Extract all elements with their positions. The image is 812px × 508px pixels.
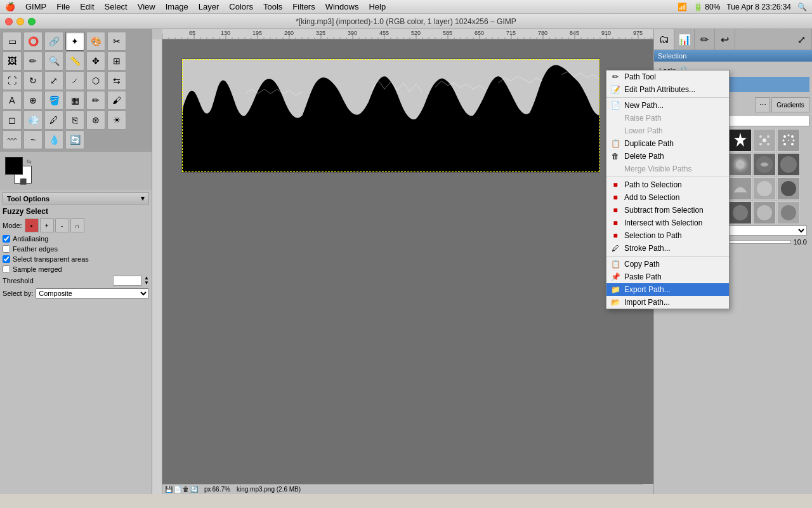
tool-blend[interactable]: ▦ xyxy=(65,91,84,110)
menu-item-edit-path-attrs[interactable]: 📝 Edit Path Attributes... xyxy=(606,83,729,96)
menu-item-path-to-selection[interactable]: ■ Path to Selection xyxy=(606,178,729,191)
tab-expand[interactable]: ⤢ xyxy=(792,29,812,50)
menu-item-copy-path[interactable]: 📋 Copy Path xyxy=(606,258,729,271)
menu-help[interactable]: Help xyxy=(369,2,386,11)
menu-item-delete-path[interactable]: 🗑 Delete Path xyxy=(606,150,729,163)
menu-edit[interactable]: Edit xyxy=(80,2,94,11)
mode-add[interactable]: + xyxy=(40,218,54,232)
brush-item[interactable] xyxy=(777,129,800,152)
menu-item-add-to-selection[interactable]: ■ Add to Selection xyxy=(606,191,729,204)
tool-crop[interactable]: ⛶ xyxy=(3,71,22,90)
menu-item-paste-path[interactable]: 📌 Paste Path xyxy=(606,271,729,283)
tool-color-picker[interactable]: 💧 xyxy=(44,130,63,149)
menu-colors[interactable]: Colors xyxy=(229,2,253,11)
reset-colors-icon[interactable]: ⬛ xyxy=(20,178,27,185)
zoom-units[interactable]: px xyxy=(204,486,211,493)
tool-fuzzy-select[interactable]: ✦ xyxy=(65,32,84,51)
threshold-down[interactable]: ▼ xyxy=(144,281,149,286)
feather-checkbox[interactable] xyxy=(3,245,10,253)
tool-scissors[interactable]: ✂ xyxy=(107,32,126,51)
zoom-value[interactable]: 66.7% xyxy=(213,486,230,493)
brush-item[interactable] xyxy=(729,153,752,176)
menu-item-path-tool[interactable]: ✏ Path Tool xyxy=(606,70,729,83)
menu-layer[interactable]: Layer xyxy=(199,2,219,11)
tab-channels[interactable]: 📊 xyxy=(674,29,695,50)
threshold-spinners[interactable]: ▲ ▼ xyxy=(144,276,149,286)
swap-colors-icon[interactable]: ⇆ xyxy=(27,158,32,164)
brush-item[interactable] xyxy=(777,177,800,200)
search-icon[interactable]: 🔍 xyxy=(797,3,807,11)
tool-options-arrow[interactable]: ▾ xyxy=(141,194,145,203)
menu-filters[interactable]: Filters xyxy=(292,2,315,11)
menu-file[interactable]: File xyxy=(56,2,70,11)
menu-item-export-path[interactable]: 📁 Export Path... xyxy=(606,283,729,296)
tab-history[interactable]: ↩ xyxy=(715,29,735,50)
brush-item[interactable] xyxy=(753,153,776,176)
brush-item[interactable] xyxy=(753,201,776,224)
tool-paintbrush[interactable]: 🖌 xyxy=(107,91,126,110)
menu-item-stroke-path[interactable]: 🖊 Stroke Path... xyxy=(606,242,729,255)
sample-merged-label[interactable]: Sample merged xyxy=(3,265,62,273)
bottom-icon4[interactable]: 🔄 xyxy=(190,486,198,493)
tool-color-balance[interactable]: ⊕ xyxy=(23,91,43,110)
feather-label[interactable]: Feather edges xyxy=(3,245,58,253)
sample-merged-checkbox[interactable] xyxy=(3,265,10,273)
tool-bucket-fill[interactable]: 🪣 xyxy=(44,91,63,110)
brush-item[interactable] xyxy=(753,177,776,200)
tool-dodge-burn[interactable]: ☀ xyxy=(107,110,126,130)
bottom-icon1[interactable]: 💾 xyxy=(165,486,173,493)
tab-layers[interactable]: 🗂 xyxy=(654,29,674,50)
brush-item[interactable] xyxy=(729,129,752,152)
antialiasing-label[interactable]: Antialiasing xyxy=(3,235,48,243)
tool-convolve[interactable]: ~ xyxy=(23,130,43,149)
tool-rect-select[interactable]: ▭ xyxy=(3,32,22,51)
tab-paths[interactable]: ✏ xyxy=(695,29,715,50)
tool-move[interactable]: ✥ xyxy=(86,51,105,70)
menu-item-new-path[interactable]: 📄 New Path... xyxy=(606,99,729,112)
threshold-input[interactable]: 200.0 xyxy=(113,276,141,286)
apple-menu[interactable]: 🍎 xyxy=(5,2,15,11)
brush-item[interactable] xyxy=(729,177,752,200)
mode-intersect[interactable]: ∩ xyxy=(70,218,84,232)
canvas-viewport[interactable] xyxy=(162,39,653,484)
tool-ellipse-select[interactable]: ⭕ xyxy=(23,32,43,51)
menu-windows[interactable]: Windows xyxy=(325,2,359,11)
tool-shear[interactable]: ⟋ xyxy=(65,71,84,90)
menu-select[interactable]: Select xyxy=(105,2,128,11)
tool-perspective[interactable]: ⬡ xyxy=(86,71,105,90)
tool-text[interactable]: A xyxy=(3,91,22,110)
tool-paths[interactable]: ✏ xyxy=(23,51,43,70)
brush-gradients-btn[interactable]: Gradients xyxy=(771,97,809,112)
brush-item[interactable] xyxy=(777,153,800,176)
tool-flip[interactable]: ⇆ xyxy=(107,71,126,90)
close-button[interactable] xyxy=(5,18,13,25)
brush-item[interactable] xyxy=(777,201,800,224)
menu-image[interactable]: Image xyxy=(166,2,188,11)
tool-free-select[interactable]: 🔗 xyxy=(44,32,63,51)
menu-item-selection-to-path[interactable]: ■ Selection to Path xyxy=(606,229,729,242)
brush-item[interactable] xyxy=(729,201,752,224)
menu-gimp[interactable]: GIMP xyxy=(25,2,46,11)
tool-scale[interactable]: ⤢ xyxy=(44,71,63,90)
tool-measure[interactable]: 📏 xyxy=(65,51,84,70)
tool-zoom[interactable]: 🔍 xyxy=(44,51,63,70)
minimize-button[interactable] xyxy=(16,18,24,25)
antialiasing-checkbox[interactable] xyxy=(3,235,10,243)
menu-item-subtract-from-selection[interactable]: ■ Subtract from Selection xyxy=(606,204,729,217)
tool-rotate[interactable]: ↻ xyxy=(23,71,43,90)
tool-eraser[interactable]: ◻ xyxy=(3,110,22,130)
transparent-checkbox[interactable] xyxy=(3,255,10,263)
mode-subtract[interactable]: - xyxy=(55,218,69,232)
maximize-button[interactable] xyxy=(28,18,36,25)
tool-color-rotate[interactable]: 🔄 xyxy=(65,130,84,149)
menu-item-duplicate-path[interactable]: 📋 Duplicate Path xyxy=(606,137,729,150)
tool-smudge[interactable]: 〰 xyxy=(3,130,22,149)
tool-select-by-color[interactable]: 🎨 xyxy=(86,32,105,51)
tool-airbrush[interactable]: 💨 xyxy=(23,110,43,130)
transparent-label[interactable]: Select transparent areas xyxy=(3,255,89,263)
window-controls[interactable] xyxy=(5,18,36,25)
menu-item-intersect-with-selection[interactable]: ■ Intersect with Selection xyxy=(606,217,729,229)
tool-options-header[interactable]: Tool Options ▾ xyxy=(3,192,149,204)
tool-foreground-select[interactable]: 🖼 xyxy=(3,51,22,70)
menu-tools[interactable]: Tools xyxy=(263,2,282,11)
